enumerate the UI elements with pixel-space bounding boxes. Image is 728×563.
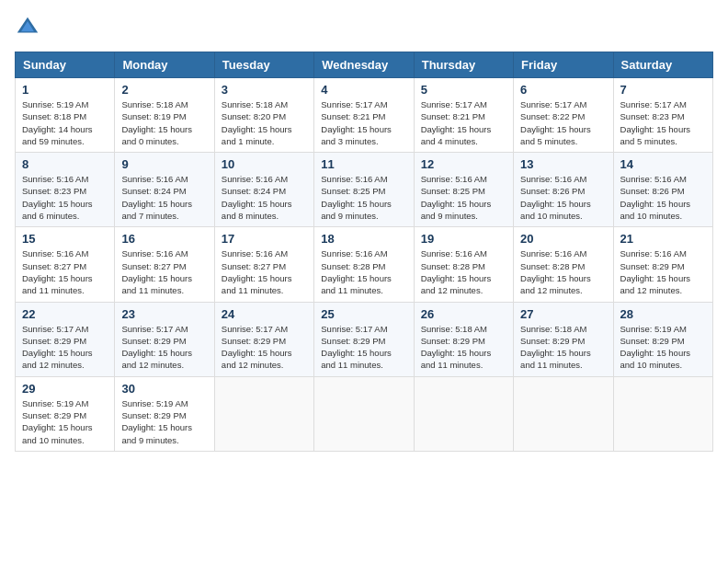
calendar-cell: 16Sunrise: 5:16 AMSunset: 8:27 PMDayligh… xyxy=(115,227,214,302)
calendar-cell: 12Sunrise: 5:16 AMSunset: 8:25 PMDayligh… xyxy=(414,153,513,227)
day-info: Sunrise: 5:19 AMSunset: 8:18 PMDaylight:… xyxy=(22,98,108,147)
day-number: 24 xyxy=(222,307,307,321)
day-number: 6 xyxy=(520,83,606,97)
day-number: 14 xyxy=(620,157,706,171)
day-number: 20 xyxy=(520,232,606,246)
calendar-header-row: SundayMondayTuesdayWednesdayThursdayFrid… xyxy=(16,52,713,78)
calendar-cell xyxy=(314,376,414,451)
calendar-cell: 24Sunrise: 5:17 AMSunset: 8:29 PMDayligh… xyxy=(214,302,313,376)
weekday-header-thursday: Thursday xyxy=(414,52,513,78)
calendar-cell: 11Sunrise: 5:16 AMSunset: 8:25 PMDayligh… xyxy=(314,153,414,227)
week-row-3: 15Sunrise: 5:16 AMSunset: 8:27 PMDayligh… xyxy=(16,227,713,302)
calendar-cell: 21Sunrise: 5:16 AMSunset: 8:29 PMDayligh… xyxy=(613,227,712,302)
day-info: Sunrise: 5:16 AMSunset: 8:25 PMDaylight:… xyxy=(421,173,506,222)
calendar-cell: 27Sunrise: 5:18 AMSunset: 8:29 PMDayligh… xyxy=(514,302,613,376)
day-info: Sunrise: 5:16 AMSunset: 8:28 PMDaylight:… xyxy=(421,247,506,296)
calendar-cell: 10Sunrise: 5:16 AMSunset: 8:24 PMDayligh… xyxy=(214,153,313,227)
day-number: 1 xyxy=(22,83,108,97)
day-number: 10 xyxy=(222,157,307,171)
day-info: Sunrise: 5:19 AMSunset: 8:29 PMDaylight:… xyxy=(620,323,706,372)
calendar-cell: 3Sunrise: 5:18 AMSunset: 8:20 PMDaylight… xyxy=(214,78,313,153)
calendar-cell: 6Sunrise: 5:17 AMSunset: 8:22 PMDaylight… xyxy=(514,78,613,153)
logo xyxy=(15,15,44,40)
day-info: Sunrise: 5:16 AMSunset: 8:26 PMDaylight:… xyxy=(620,173,706,222)
day-info: Sunrise: 5:16 AMSunset: 8:24 PMDaylight:… xyxy=(222,173,307,222)
day-number: 22 xyxy=(22,307,108,321)
day-info: Sunrise: 5:17 AMSunset: 8:23 PMDaylight:… xyxy=(620,98,706,147)
day-info: Sunrise: 5:17 AMSunset: 8:22 PMDaylight:… xyxy=(520,98,606,147)
calendar-cell: 7Sunrise: 5:17 AMSunset: 8:23 PMDaylight… xyxy=(613,78,712,153)
week-row-1: 1Sunrise: 5:19 AMSunset: 8:18 PMDaylight… xyxy=(16,78,713,153)
day-info: Sunrise: 5:16 AMSunset: 8:26 PMDaylight:… xyxy=(520,173,606,222)
day-number: 29 xyxy=(22,382,108,396)
day-info: Sunrise: 5:18 AMSunset: 8:29 PMDaylight:… xyxy=(421,323,506,372)
day-info: Sunrise: 5:19 AMSunset: 8:29 PMDaylight:… xyxy=(22,397,108,446)
week-row-2: 8Sunrise: 5:16 AMSunset: 8:23 PMDaylight… xyxy=(16,153,713,227)
day-number: 25 xyxy=(321,307,406,321)
day-number: 27 xyxy=(520,307,606,321)
day-info: Sunrise: 5:17 AMSunset: 8:29 PMDaylight:… xyxy=(321,323,406,372)
day-number: 12 xyxy=(421,157,506,171)
day-info: Sunrise: 5:16 AMSunset: 8:24 PMDaylight:… xyxy=(121,173,207,222)
day-info: Sunrise: 5:17 AMSunset: 8:21 PMDaylight:… xyxy=(321,98,406,147)
calendar-cell: 9Sunrise: 5:16 AMSunset: 8:24 PMDaylight… xyxy=(115,153,214,227)
day-info: Sunrise: 5:17 AMSunset: 8:29 PMDaylight:… xyxy=(22,323,108,372)
day-info: Sunrise: 5:18 AMSunset: 8:29 PMDaylight:… xyxy=(520,323,606,372)
calendar-cell: 26Sunrise: 5:18 AMSunset: 8:29 PMDayligh… xyxy=(414,302,513,376)
day-number: 4 xyxy=(321,83,406,97)
day-number: 9 xyxy=(121,157,207,171)
day-info: Sunrise: 5:17 AMSunset: 8:29 PMDaylight:… xyxy=(222,323,307,372)
calendar-cell: 15Sunrise: 5:16 AMSunset: 8:27 PMDayligh… xyxy=(16,227,115,302)
calendar-cell xyxy=(414,376,513,451)
day-number: 17 xyxy=(222,232,307,246)
calendar-cell: 30Sunrise: 5:19 AMSunset: 8:29 PMDayligh… xyxy=(115,376,214,451)
calendar-cell: 18Sunrise: 5:16 AMSunset: 8:28 PMDayligh… xyxy=(314,227,414,302)
day-number: 11 xyxy=(321,157,406,171)
calendar-cell: 25Sunrise: 5:17 AMSunset: 8:29 PMDayligh… xyxy=(314,302,414,376)
calendar-cell: 4Sunrise: 5:17 AMSunset: 8:21 PMDaylight… xyxy=(314,78,414,153)
day-info: Sunrise: 5:16 AMSunset: 8:29 PMDaylight:… xyxy=(620,247,706,296)
calendar-cell: 17Sunrise: 5:16 AMSunset: 8:27 PMDayligh… xyxy=(214,227,313,302)
day-info: Sunrise: 5:16 AMSunset: 8:23 PMDaylight:… xyxy=(22,173,108,222)
weekday-header-tuesday: Tuesday xyxy=(214,52,313,78)
day-info: Sunrise: 5:16 AMSunset: 8:27 PMDaylight:… xyxy=(22,247,108,296)
day-number: 7 xyxy=(620,83,706,97)
day-info: Sunrise: 5:17 AMSunset: 8:21 PMDaylight:… xyxy=(421,98,506,147)
calendar-cell xyxy=(613,376,712,451)
day-info: Sunrise: 5:16 AMSunset: 8:27 PMDaylight:… xyxy=(121,247,207,296)
calendar-cell: 13Sunrise: 5:16 AMSunset: 8:26 PMDayligh… xyxy=(514,153,613,227)
day-number: 21 xyxy=(620,232,706,246)
day-info: Sunrise: 5:16 AMSunset: 8:25 PMDaylight:… xyxy=(321,173,406,222)
calendar-cell xyxy=(214,376,313,451)
day-number: 8 xyxy=(22,157,108,171)
weekday-header-sunday: Sunday xyxy=(16,52,115,78)
day-number: 13 xyxy=(520,157,606,171)
calendar-cell: 5Sunrise: 5:17 AMSunset: 8:21 PMDaylight… xyxy=(414,78,513,153)
day-info: Sunrise: 5:16 AMSunset: 8:27 PMDaylight:… xyxy=(222,247,307,296)
calendar-cell: 29Sunrise: 5:19 AMSunset: 8:29 PMDayligh… xyxy=(16,376,115,451)
calendar-cell: 14Sunrise: 5:16 AMSunset: 8:26 PMDayligh… xyxy=(613,153,712,227)
day-number: 3 xyxy=(222,83,307,97)
weekday-header-monday: Monday xyxy=(115,52,214,78)
day-number: 26 xyxy=(421,307,506,321)
day-number: 18 xyxy=(321,232,406,246)
day-info: Sunrise: 5:19 AMSunset: 8:29 PMDaylight:… xyxy=(121,397,207,446)
day-info: Sunrise: 5:17 AMSunset: 8:29 PMDaylight:… xyxy=(121,323,207,372)
calendar-cell: 2Sunrise: 5:18 AMSunset: 8:19 PMDaylight… xyxy=(115,78,214,153)
day-number: 28 xyxy=(620,307,706,321)
day-number: 2 xyxy=(121,83,207,97)
calendar-cell: 22Sunrise: 5:17 AMSunset: 8:29 PMDayligh… xyxy=(16,302,115,376)
calendar-cell: 23Sunrise: 5:17 AMSunset: 8:29 PMDayligh… xyxy=(115,302,214,376)
calendar-cell: 28Sunrise: 5:19 AMSunset: 8:29 PMDayligh… xyxy=(613,302,712,376)
day-number: 16 xyxy=(121,232,207,246)
logo-icon xyxy=(15,15,40,40)
calendar-cell: 1Sunrise: 5:19 AMSunset: 8:18 PMDaylight… xyxy=(16,78,115,153)
day-number: 23 xyxy=(121,307,207,321)
calendar-cell: 8Sunrise: 5:16 AMSunset: 8:23 PMDaylight… xyxy=(16,153,115,227)
calendar-table: SundayMondayTuesdayWednesdayThursdayFrid… xyxy=(15,52,713,452)
day-number: 5 xyxy=(421,83,506,97)
calendar-cell: 19Sunrise: 5:16 AMSunset: 8:28 PMDayligh… xyxy=(414,227,513,302)
week-row-4: 22Sunrise: 5:17 AMSunset: 8:29 PMDayligh… xyxy=(16,302,713,376)
day-info: Sunrise: 5:18 AMSunset: 8:20 PMDaylight:… xyxy=(222,98,307,147)
day-info: Sunrise: 5:16 AMSunset: 8:28 PMDaylight:… xyxy=(321,247,406,296)
